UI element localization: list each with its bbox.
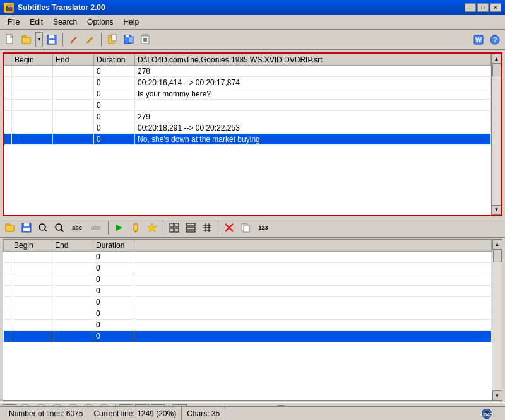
paste-button[interactable] [138, 32, 153, 47]
sep1 [62, 33, 63, 47]
open-button[interactable] [19, 32, 34, 47]
table-row[interactable]: 0 [4, 319, 492, 330]
tb2-grid2[interactable] [183, 220, 198, 235]
marker-button[interactable] [83, 32, 98, 47]
tb2-search2[interactable]: A [52, 220, 67, 235]
row-index [4, 77, 12, 88]
help-button[interactable]: W [471, 32, 486, 47]
row-text: 00:20:16,414 --> 00:20:17,874 [135, 77, 491, 88]
new-button[interactable] [3, 32, 18, 47]
table-row[interactable]: 0 [4, 285, 492, 296]
tb2-copy-grid[interactable] [238, 220, 253, 235]
table-row[interactable]: 0 [4, 308, 492, 319]
menu-help[interactable]: Help [118, 16, 144, 28]
tb2-123[interactable]: 123 [254, 220, 272, 235]
tb2-abc1[interactable]: abc [68, 220, 86, 235]
svg-text:A: A [61, 228, 64, 233]
svg-rect-47 [186, 231, 195, 232]
tb2-search[interactable] [35, 220, 50, 235]
col-duration-header: Duration [94, 54, 135, 66]
row-duration: 0 [94, 66, 135, 77]
tb2-star[interactable] [145, 220, 160, 235]
table-row[interactable]: 0 279 [4, 111, 491, 122]
table-row[interactable]: 0 278 [4, 66, 491, 77]
maximize-button[interactable]: □ [477, 3, 489, 12]
table-row[interactable]: 0 [4, 100, 491, 111]
row-index [4, 88, 12, 100]
tb2-save[interactable] [19, 220, 34, 235]
scroll-track[interactable] [492, 250, 502, 391]
svg-rect-44 [175, 228, 179, 232]
table-row[interactable]: 0 Is your mommy here? [4, 88, 491, 100]
svg-marker-38 [134, 231, 138, 233]
table-row-selected[interactable]: 0 [4, 330, 492, 342]
menu-search[interactable]: Search [48, 16, 82, 28]
row-text-selected: No, she's down at the market buying [135, 134, 491, 145]
sep5 [218, 221, 218, 235]
table-row[interactable]: 0 00:20:16,414 --> 00:20:17,874 [4, 77, 491, 88]
scroll-track[interactable] [492, 64, 501, 205]
scroll-up-button[interactable]: ▲ [492, 54, 502, 64]
tb2-abc2[interactable]: abc [87, 220, 105, 235]
tb2-grid3[interactable] [199, 220, 215, 235]
row-index [4, 100, 12, 111]
pencil-button[interactable] [66, 32, 81, 47]
tb2-right-arrow[interactable] [112, 220, 127, 235]
row-begin [12, 111, 53, 122]
bottom-table-scroll: Begin End Duration 0 0 0 0 0 [3, 240, 502, 401]
scroll-up-button[interactable]: ▲ [492, 240, 502, 250]
row-begin [12, 100, 53, 111]
row-index [4, 122, 12, 134]
secondary-toolbar: A abc abc [0, 218, 505, 238]
svg-line-6 [71, 37, 76, 43]
menu-file[interactable]: File [3, 16, 25, 28]
tb2-cross[interactable] [222, 220, 237, 235]
tb2-pencil[interactable] [128, 220, 143, 235]
top-data-table: Begin End Duration D:\LO4D.com\The.Gooni… [4, 54, 491, 145]
svg-rect-13 [112, 35, 116, 41]
table-row[interactable]: 0 [4, 274, 492, 285]
row-duration: 0 [94, 111, 135, 122]
row-end [53, 134, 94, 145]
menu-bar: File Edit Search Options Help [0, 15, 505, 30]
menu-options[interactable]: Options [82, 16, 118, 28]
info-button[interactable]: ? [487, 32, 502, 47]
minimize-button[interactable]: — [465, 3, 476, 12]
title-bar-left: 🎬 Subtitles Translator 2.00 [4, 3, 105, 13]
table-row-selected[interactable]: 0 No, she's down at the market buying [4, 134, 491, 145]
table-row[interactable]: 0 [4, 296, 492, 308]
table-row[interactable]: 0 [4, 251, 492, 262]
sep4 [163, 221, 163, 235]
bottom-table-header: Begin End Duration [4, 240, 492, 251]
table-row[interactable]: 0 [4, 262, 492, 274]
scroll-thumb[interactable] [493, 250, 502, 262]
menu-edit[interactable]: Edit [25, 16, 48, 28]
svg-rect-39 [134, 223, 138, 225]
svg-rect-42 [175, 223, 179, 227]
row-begin [12, 88, 53, 100]
status-lines: Number of lines: 6075 [4, 407, 88, 420]
row-index [4, 111, 12, 122]
col-end-header: End [53, 54, 94, 66]
close-button[interactable]: ✕ [490, 3, 501, 12]
scroll-down-button[interactable]: ▼ [492, 205, 502, 215]
table-row[interactable]: 0 00:20:18,291 --> 00:20:22,253 [4, 122, 491, 134]
tb2-open[interactable] [3, 220, 18, 235]
svg-rect-45 [186, 223, 195, 226]
open-dropdown[interactable]: ▼ [35, 32, 43, 47]
scroll-thumb[interactable] [492, 64, 501, 76]
top-table-panel: Begin End Duration D:\LO4D.com\The.Gooni… [3, 52, 502, 216]
copy-save-button[interactable] [121, 32, 136, 47]
svg-rect-15 [128, 37, 133, 43]
row-end [53, 88, 94, 100]
scroll-down-button[interactable]: ▼ [492, 390, 502, 400]
bottom-table-scrollbar[interactable]: ▲ ▼ [492, 240, 502, 401]
top-table-scrollbar[interactable]: ▲ ▼ [491, 54, 501, 215]
save-button[interactable] [44, 32, 59, 47]
title-controls: — □ ✕ [465, 3, 501, 12]
copy-open-button[interactable] [105, 32, 120, 47]
row-text: 00:20:18,291 --> 00:20:22,253 [135, 122, 491, 134]
tb2-grid1[interactable] [167, 220, 182, 235]
col-text-header [134, 240, 492, 251]
col-begin-header: Begin [11, 240, 52, 251]
